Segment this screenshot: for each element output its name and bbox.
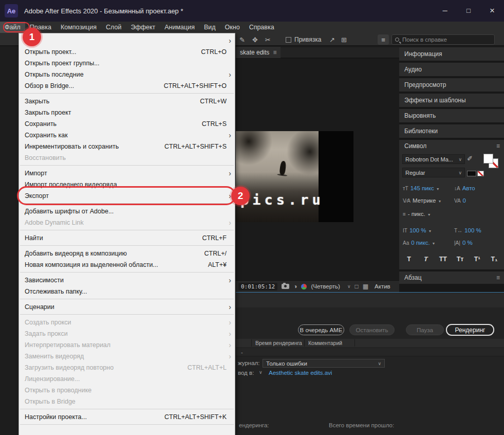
- file-menu-item-new-comp-from-selection[interactable]: Новая композиция из выделенной области..…: [19, 259, 235, 270]
- stroke-width-value[interactable]: - пикс.: [408, 211, 425, 217]
- file-menu-item-add-footage-to-comp[interactable]: Добавить видеоряд в композициюCTRL+/: [19, 248, 235, 259]
- file-menu-item-project-settings[interactable]: Настройки проекта...CTRL+ALT+SHIFT+K: [19, 411, 235, 423]
- column-render-time[interactable]: Время рендеринга: [255, 339, 302, 347]
- font-family-select[interactable]: Robotron Dot Ma... ∨: [402, 154, 465, 164]
- submenu-arrow-icon: ›: [229, 35, 231, 46]
- show-snapshot-icon[interactable]: ◑: [293, 283, 297, 290]
- font-size-value[interactable]: 145 пикс: [410, 185, 434, 191]
- help-search[interactable]: [391, 34, 495, 45]
- font-style-select[interactable]: Regular ∨: [402, 168, 465, 177]
- current-time[interactable]: 0:01:05:12: [238, 283, 277, 291]
- snapshot-camera-icon[interactable]: [282, 284, 289, 289]
- horizontal-scale-value[interactable]: 100 %: [464, 227, 481, 233]
- subscript-button[interactable]: T₁: [489, 255, 500, 263]
- faux-bold-button[interactable]: T: [403, 255, 415, 263]
- menubar-item-composition[interactable]: Композиция: [56, 22, 101, 33]
- maximize-button[interactable]: □: [457, 0, 480, 22]
- panel-tab-libraries[interactable]: Библиотеки: [399, 124, 504, 138]
- render-button[interactable]: Рендеринг: [446, 324, 494, 336]
- panel-tab-preview[interactable]: Предпросмотр: [399, 78, 504, 92]
- menubar-item-view[interactable]: Вид: [199, 22, 220, 33]
- file-menu-item-open-team-project[interactable]: Открыть проект группы...: [19, 58, 235, 69]
- menubar-item-layer[interactable]: Слой: [101, 22, 126, 33]
- file-menu-item-close[interactable]: ЗакрытьCTRL+W: [19, 96, 235, 107]
- small-caps-button[interactable]: Tт: [455, 255, 466, 263]
- file-menu-item-dependencies[interactable]: Зависимости›: [19, 275, 235, 286]
- snap-option-2-icon[interactable]: ⊞: [341, 36, 347, 44]
- file-menu-item-save-as[interactable]: Сохранить как›: [19, 130, 235, 141]
- resolution-select[interactable]: (Четверть) ∨: [311, 283, 350, 289]
- tsume-value[interactable]: 0 %: [462, 240, 473, 246]
- fill-color-swatch[interactable]: [483, 154, 493, 164]
- panel-tab-audio[interactable]: Аудио: [399, 63, 504, 76]
- tracking-value[interactable]: 0: [463, 197, 466, 204]
- file-menu-item-watch-folder[interactable]: Отслеживать папку...: [19, 286, 235, 297]
- composition-tab[interactable]: skate edits ≡: [236, 47, 281, 58]
- menu-item-label: Открыть в проводнике: [25, 387, 91, 394]
- panel-tab-align[interactable]: Выровнять: [399, 109, 504, 122]
- menu-item-label: Загрузить видеоряд повторно: [25, 364, 114, 371]
- menu-item-label: Зависимости: [25, 277, 64, 284]
- menubar-item-effect[interactable]: Эффект: [126, 22, 160, 33]
- file-menu-item-scripts[interactable]: Сценарии›: [19, 301, 235, 313]
- black-color-chip[interactable]: [467, 171, 476, 176]
- eraser-tool-icon[interactable]: ✂: [265, 36, 271, 44]
- file-menu-item-close-project[interactable]: Закрыть проект: [19, 107, 235, 118]
- watermark-text: pics.ru: [240, 192, 324, 208]
- snapping-checkbox[interactable]: [286, 37, 291, 43]
- panel-menu-icon[interactable]: ≡: [496, 140, 500, 152]
- menubar-item-window[interactable]: Окно: [220, 22, 245, 33]
- kerning-value[interactable]: Метрике: [413, 197, 436, 204]
- file-menu-item-import[interactable]: Импорт›: [19, 168, 235, 179]
- close-button[interactable]: ×: [480, 0, 504, 22]
- transparency-grid-icon[interactable]: ▦: [363, 283, 368, 290]
- output-expand-icon[interactable]: ∨: [259, 370, 263, 375]
- panel-tab-effects-presets[interactable]: Эффекты и шаблоны: [399, 94, 504, 107]
- brush-tool-icon[interactable]: ✎: [239, 36, 245, 44]
- submenu-arrow-icon: ›: [229, 328, 231, 339]
- menubar-item-help[interactable]: Справка: [245, 22, 279, 33]
- snap-option-1-icon[interactable]: ↗: [329, 36, 335, 44]
- superscript-button[interactable]: T¹: [472, 255, 483, 263]
- log-select[interactable]: Только ошибки ∨: [263, 359, 385, 368]
- file-menu-item-increment-and-save[interactable]: Инкрементировать и сохранитьCTRL+ALT+SHI…: [19, 141, 235, 152]
- minimize-button[interactable]: ─: [433, 0, 457, 22]
- file-menu-item-save[interactable]: СохранитьCTRL+S: [19, 118, 235, 130]
- all-caps-button[interactable]: TT: [437, 255, 449, 263]
- output-file-link[interactable]: Aesthetic skate edits.avi: [269, 370, 332, 376]
- file-menu-item-open-recent[interactable]: Открыть последние›: [19, 69, 235, 80]
- file-menu-item-browse-in-bridge[interactable]: Обзор в Bridge...CTRL+ALT+SHIFT+O: [19, 80, 235, 92]
- region-of-interest-icon[interactable]: □: [354, 283, 358, 290]
- baseline-shift-value[interactable]: 0 пикс.: [411, 240, 430, 246]
- annotation-step-1-badge: 1: [23, 28, 41, 46]
- character-panel: Символ ≡ Robotron Dot Ma... ∨ ✐ Regular …: [399, 140, 504, 284]
- queue-in-ame-button[interactable]: В очередь AME: [298, 324, 344, 335]
- workspace-button[interactable]: ≡: [378, 34, 389, 45]
- clone-stamp-tool-icon[interactable]: ✥: [252, 36, 258, 44]
- panel-menu-icon[interactable]: ≡: [496, 271, 500, 284]
- panel-tab-info[interactable]: Информация: [399, 47, 504, 61]
- active-camera-label[interactable]: Актив: [375, 283, 390, 289]
- search-input[interactable]: [402, 37, 479, 43]
- chevron-down-icon[interactable]: ▼: [427, 213, 431, 216]
- chevron-down-icon[interactable]: ▼: [436, 187, 440, 191]
- vertical-scale-value[interactable]: 100 %: [409, 227, 426, 233]
- file-menu-item-open-project[interactable]: Открыть проект...CTRL+O: [19, 46, 235, 58]
- file-menu-item-reveal-in-explorer: Открыть в проводнике: [19, 385, 235, 396]
- leading-value[interactable]: Авто: [462, 185, 475, 191]
- no-color-chip[interactable]: [477, 171, 484, 176]
- chevron-down-icon[interactable]: ▼: [432, 242, 436, 245]
- show-channels-icon[interactable]: [301, 284, 307, 289]
- panel-menu-icon[interactable]: ≡: [273, 49, 276, 56]
- submenu-arrow-icon: ›: [229, 130, 231, 141]
- file-menu-item-add-fonts-from-adobe[interactable]: Добавить шрифты от Adobe...: [19, 206, 235, 217]
- eyedropper-icon[interactable]: ✐: [467, 155, 473, 162]
- menubar-item-animation[interactable]: Анимация: [160, 22, 199, 33]
- column-comment[interactable]: Комментарий: [308, 339, 342, 347]
- annotation-step-2-badge: 2: [231, 187, 250, 205]
- chevron-down-icon[interactable]: ▼: [438, 200, 441, 203]
- faux-italic-button[interactable]: T: [419, 255, 433, 263]
- chevron-down-icon[interactable]: ▼: [428, 229, 432, 233]
- file-menu-item-find[interactable]: НайтиCTRL+F: [19, 232, 235, 244]
- file-menu-item-new[interactable]: ›: [19, 35, 235, 46]
